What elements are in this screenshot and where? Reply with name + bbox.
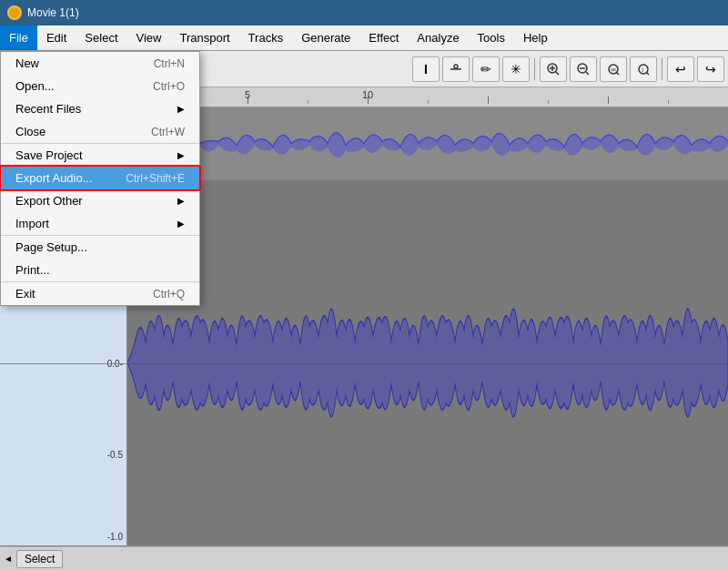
- menu-page-setup[interactable]: Page Setup...: [1, 235, 199, 259]
- menu-select[interactable]: Select: [76, 25, 126, 50]
- ruler-label-5: 5: [245, 89, 250, 100]
- status-left-arrow[interactable]: ◄: [4, 554, 13, 564]
- app-icon: [7, 5, 22, 20]
- scale-neg0.5: -0.5: [107, 449, 123, 459]
- zoom-out-button[interactable]: [570, 56, 597, 82]
- menu-analyze[interactable]: Analyze: [408, 25, 468, 50]
- menu-tracks[interactable]: Tracks: [239, 25, 293, 50]
- menu-print[interactable]: Print...: [1, 259, 199, 281]
- menu-bar: File Edit Select View Transport Tracks G…: [0, 25, 728, 51]
- menu-close[interactable]: Close Ctrl+W: [1, 120, 199, 143]
- menu-import[interactable]: Import ▶: [1, 212, 199, 235]
- svg-line-10: [616, 72, 619, 75]
- status-bar: ◄ Select: [0, 546, 728, 570]
- menu-effect[interactable]: Effect: [359, 25, 408, 50]
- scale-neg1.0: -1.0: [107, 532, 123, 542]
- menu-transport[interactable]: Transport: [170, 25, 238, 50]
- menu-edit[interactable]: Edit: [37, 25, 76, 50]
- svg-line-7: [586, 72, 589, 75]
- svg-text:∞: ∞: [611, 66, 616, 74]
- ruler-tick-4: [608, 97, 609, 104]
- menu-export-other[interactable]: Export Other ▶: [1, 189, 199, 212]
- menu-generate[interactable]: Generate: [292, 25, 359, 50]
- redo-button[interactable]: ↪: [697, 56, 724, 82]
- zoom-in-button[interactable]: [540, 56, 567, 82]
- svg-point-1: [454, 65, 458, 68]
- title-bar: Movie 1(1): [0, 0, 728, 25]
- ruler-label-10: 10: [362, 89, 373, 100]
- svg-text:↕: ↕: [641, 66, 644, 74]
- menu-exit[interactable]: Exit Ctrl+Q: [1, 281, 199, 305]
- zero-line: [127, 363, 728, 364]
- menu-file[interactable]: File: [0, 25, 37, 50]
- app-window: Movie 1(1) File Edit Select View Transpo…: [0, 0, 728, 570]
- menu-recent-files[interactable]: Recent Files ▶: [1, 97, 199, 120]
- cursor-tool[interactable]: I: [412, 56, 440, 82]
- svg-line-3: [556, 72, 559, 75]
- waveform-1-upper-svg: [127, 107, 728, 179]
- menu-new[interactable]: New Ctrl+N: [1, 52, 199, 75]
- track-2-waveform: [127, 180, 728, 545]
- zero-line-left: [0, 363, 126, 364]
- file-dropdown-menu: New Ctrl+N Open... Ctrl+O Recent Files ▶…: [0, 51, 200, 306]
- menu-view[interactable]: View: [127, 25, 171, 50]
- pencil-tool[interactable]: ✏: [472, 56, 500, 82]
- ruler-tick-3: [488, 97, 489, 104]
- menu-tools[interactable]: Tools: [469, 25, 514, 50]
- envelope-tool[interactable]: [442, 56, 470, 82]
- toolbar-sep-2: [534, 58, 535, 80]
- track-1-upper-waveform: [127, 107, 728, 179]
- multi-tool[interactable]: ✳: [502, 56, 530, 82]
- menu-open[interactable]: Open... Ctrl+O: [1, 75, 199, 97]
- fit-project-button[interactable]: ∞: [600, 56, 627, 82]
- ruler: 5 10: [127, 87, 728, 107]
- fit-vertical-button[interactable]: ↕: [630, 56, 657, 82]
- menu-export-audio[interactable]: Export Audio... Ctrl+Shift+E: [1, 167, 199, 189]
- menu-save-project[interactable]: Save Project ▶: [1, 143, 199, 167]
- menu-help[interactable]: Help: [514, 25, 557, 50]
- select-mode-button[interactable]: Select: [16, 550, 63, 568]
- undo-button[interactable]: ↩: [667, 56, 694, 82]
- svg-line-13: [646, 72, 649, 75]
- toolbar-sep-3: [662, 58, 662, 80]
- title-text: Movie 1(1): [27, 6, 79, 19]
